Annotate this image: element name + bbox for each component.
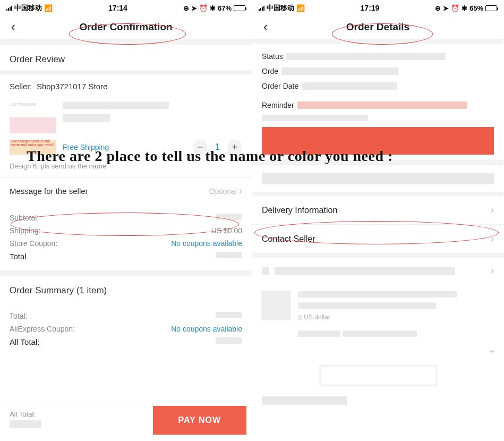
chevron-right-icon: ›: [491, 205, 494, 216]
chevron-right-icon: ›: [491, 233, 494, 244]
qty-minus-button[interactable]: −: [193, 140, 208, 155]
price-calc-block: Subtotal: Shipping:US $0.00 Store Coupon…: [0, 204, 252, 270]
seller-row: Seller: Shop3721017 Store: [0, 74, 252, 98]
shipping-value: US $0.00: [211, 226, 242, 235]
product-thumbnail[interactable]: JOYRESIDE Don't forget send us the name …: [10, 101, 56, 155]
product-title-blur: [63, 101, 169, 109]
store-coupon-label: Store Coupon:: [10, 239, 57, 248]
store-row[interactable]: ›: [252, 258, 503, 284]
location-icon: ➤: [191, 4, 197, 12]
address-blur: [262, 173, 494, 184]
delivery-info-row[interactable]: Delivery Information ›: [252, 196, 503, 225]
ali-coupon-label: AliExpress Coupon:: [10, 325, 75, 333]
store-coupon-value[interactable]: No coupons available: [171, 239, 242, 248]
order-label: Orde: [262, 67, 278, 75]
bluetooth-icon: ✱: [210, 4, 216, 12]
signal-icon: [259, 5, 264, 11]
bottom-bar: All Total: PAY NOW: [0, 404, 252, 436]
product-thumbnail[interactable]: [262, 291, 291, 320]
status-time: 17:14: [108, 4, 127, 12]
bluetooth-icon: ✱: [462, 4, 467, 12]
reminder-label: Reminder: [262, 101, 294, 109]
message-seller-placeholder: Optional: [209, 187, 237, 196]
red-banner: [262, 127, 494, 155]
back-button[interactable]: ‹: [5, 19, 21, 35]
battery-icon: [485, 5, 497, 11]
rotation-lock-icon: ⊕: [435, 4, 441, 12]
summary-total-label: Total:: [10, 312, 27, 320]
signal-icon: [6, 5, 12, 11]
phone-order-details: 中国移动 📶 17:19 ⊕ ➤ ⏰ ✱ 65% ‹ Order Details…: [252, 0, 503, 441]
battery-pct: 65%: [469, 4, 483, 12]
variant-note: Design 6, pls send us the name: [0, 158, 252, 177]
message-seller-label: Message for the seller: [10, 186, 88, 196]
product-row[interactable]: JOYRESIDE Don't forget send us the name …: [0, 98, 252, 158]
delivery-label: Delivery Information: [262, 206, 337, 215]
carrier-label: 中国移动: [267, 3, 294, 13]
status-label: Status: [262, 52, 283, 61]
status-bar: 中国移动 📶 17:19 ⊕ ➤ ⏰ ✱ 65%: [252, 0, 503, 15]
pay-now-button[interactable]: PAY NOW: [153, 406, 247, 435]
wifi-icon: 📶: [296, 4, 305, 12]
wifi-icon: 📶: [44, 4, 53, 12]
alarm-icon: ⏰: [199, 4, 208, 12]
currency-hint: US dollar: [304, 313, 330, 321]
seller-name: Shop3721017 Store: [37, 82, 107, 91]
chevron-down-icon[interactable]: ›: [487, 350, 498, 353]
page-title: Order Details: [346, 21, 409, 33]
nav-bar: ‹ Order Details: [252, 15, 503, 39]
qty-plus-button[interactable]: +: [227, 140, 242, 155]
battery-icon: [234, 5, 245, 11]
nav-bar: ‹ Order Confirmation: [0, 15, 252, 39]
order-action-button[interactable]: [320, 366, 437, 386]
battery-pct: 67%: [218, 4, 232, 12]
alarm-icon: ⏰: [451, 4, 459, 12]
order-review-heading: Order Review: [0, 45, 252, 70]
carrier-label: 中国移动: [14, 3, 42, 13]
location-icon: ➤: [443, 4, 449, 12]
back-button[interactable]: ‹: [258, 19, 274, 35]
all-total-label: All Total:: [10, 337, 39, 346]
shipping-label2: Shipping:: [10, 226, 40, 235]
order-summary-heading: Order Summary (1 item): [0, 276, 252, 302]
subtotal-label: Subtotal:: [10, 214, 39, 222]
qty-value: 1: [215, 142, 220, 152]
ali-coupon-value[interactable]: No coupons available: [171, 325, 242, 333]
shipping-label: Free Shipping: [63, 143, 109, 151]
bottombar-total-label: All Total:: [10, 410, 41, 418]
chevron-right-icon: ›: [491, 265, 494, 276]
contact-seller-row[interactable]: Contact Seller ›: [252, 225, 503, 253]
status-time: 17:19: [361, 4, 380, 12]
phone-order-confirmation: 中国移动 📶 17:14 ⊕ ➤ ⏰ ✱ 67% ‹ Order Confirm…: [0, 0, 252, 441]
message-for-seller-row[interactable]: Message for the seller Optional ›: [0, 177, 252, 204]
summary-block: Total: AliExpress Coupon:No coupons avai…: [0, 302, 252, 356]
order-date-label: Order Date: [262, 82, 298, 90]
status-bar: 中国移动 📶 17:14 ⊕ ➤ ⏰ ✱ 67%: [0, 0, 252, 15]
seller-label: Seller:: [10, 82, 32, 91]
total-label: Total: [10, 252, 27, 261]
contact-label: Contact Seller: [262, 234, 315, 244]
order-meta-block: Status Orde Order Date Reminder: [252, 44, 503, 160]
rotation-lock-icon: ⊕: [183, 4, 189, 12]
product-price-blur: [63, 114, 110, 122]
ordered-product-row[interactable]: US dollar: [252, 284, 503, 346]
page-title: Order Confirmation: [79, 21, 172, 33]
chevron-right-icon: ›: [239, 185, 242, 197]
